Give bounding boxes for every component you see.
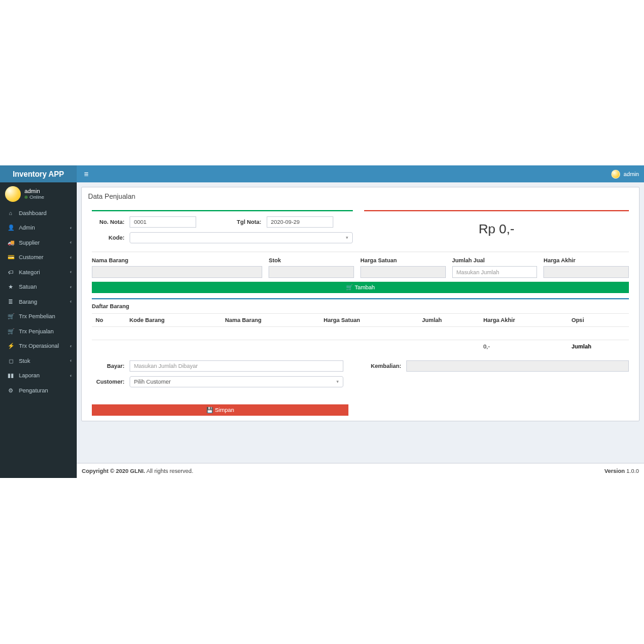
chevron-left-icon: ‹ <box>70 299 72 304</box>
nama-barang-label: Nama Barang <box>92 257 262 264</box>
chevron-left-icon: ‹ <box>70 358 72 364</box>
customer-select[interactable]: Pilih Customer ▾ <box>130 376 343 387</box>
stok-label: Stok <box>269 257 354 264</box>
table-row <box>92 327 629 340</box>
caret-down-icon: ▾ <box>335 379 340 384</box>
simpan-button[interactable]: 💾 Simpan <box>92 404 348 416</box>
user-menu[interactable]: admin <box>611 170 639 179</box>
sidebar-item-label: Admin <box>15 225 70 231</box>
sidebar-item-trx-penjualan[interactable]: 🛒Trx Penjualan <box>0 324 77 339</box>
laporan-icon: ▮▮ <box>6 372 15 379</box>
sidebar-item-laporan[interactable]: ▮▮Laporan‹ <box>0 369 77 384</box>
col-kode-barang: Kode Barang <box>126 314 221 327</box>
sidebar-item-label: Laporan <box>15 372 70 379</box>
jumlah-jual-input[interactable] <box>452 266 538 278</box>
sidebar-item-label: Supplier <box>15 240 70 246</box>
sidebar-status: Online <box>25 194 44 200</box>
total-amount-display: Rp 0,- <box>364 216 629 244</box>
stok-input <box>269 266 354 278</box>
sidebar-item-supplier[interactable]: 🚚Supplier‹ <box>0 235 77 250</box>
app-logo[interactable]: Inventory APP <box>0 165 77 182</box>
harga-satuan-input <box>360 266 446 278</box>
chevron-left-icon: ‹ <box>70 373 72 379</box>
col-jumlah: Jumlah <box>418 314 479 327</box>
avatar-icon <box>611 170 620 179</box>
chevron-left-icon: ‹ <box>70 343 72 349</box>
kategori-icon: 🏷 <box>6 269 15 275</box>
kode-select[interactable]: ▾ <box>130 232 353 243</box>
save-icon: 💾 <box>206 407 213 413</box>
no-nota-input[interactable] <box>130 216 196 228</box>
bayar-label: Bayar: <box>92 363 130 369</box>
harga-satuan-label: Harga Satuan <box>360 257 446 264</box>
kembalian-label: Kembalian: <box>362 363 406 369</box>
sidebar-item-satuan[interactable]: ★Satuan‹ <box>0 280 77 295</box>
sidebar-item-barang[interactable]: ≣Barang‹ <box>0 294 77 309</box>
trx-operasional-icon: ⚡ <box>6 343 15 349</box>
table-totals-row: 0,- Jumlah <box>92 340 629 353</box>
sidebar-item-admin[interactable]: 👤Admin‹ <box>0 221 77 236</box>
tambah-button[interactable]: 🛒 Tambah <box>92 282 629 293</box>
nama-barang-input <box>92 266 262 278</box>
tgl-nota-input[interactable] <box>267 216 333 228</box>
sidebar-item-label: Trx Pembelian <box>15 313 72 319</box>
jumlah-jual-label: Jumlah Jual <box>452 257 538 264</box>
page-title: Data Penjualan <box>82 187 639 205</box>
sidebar-item-pengaturan[interactable]: ⚙Pengaturan <box>0 383 77 398</box>
customer-icon: 💳 <box>6 254 15 260</box>
sidebar: admin Online ⌂Dashboard👤Admin‹🚚Supplier‹… <box>0 182 77 478</box>
bayar-input[interactable] <box>130 360 343 372</box>
sidebar-item-label: Dashboard <box>15 210 72 216</box>
sidebar-item-label: Satuan <box>15 284 70 290</box>
chevron-left-icon: ‹ <box>70 284 72 290</box>
total-harga-akhir: 0,- <box>479 340 567 353</box>
col-opsi: Opsi <box>568 314 629 327</box>
sidebar-item-label: Trx Penjualan <box>15 328 72 335</box>
harga-akhir-input <box>543 266 629 278</box>
sidebar-item-kategori[interactable]: 🏷Kategori‹ <box>0 265 77 280</box>
sidebar-item-trx-pembelian[interactable]: 🛒Trx Pembelian <box>0 309 77 325</box>
kode-label: Kode: <box>92 235 130 241</box>
total-label: Jumlah <box>568 340 629 353</box>
customer-label: Customer: <box>92 379 130 385</box>
sidebar-username: admin <box>25 188 44 194</box>
sidebar-item-trx-operasional[interactable]: ⚡Trx Operasional‹ <box>0 339 77 354</box>
kembalian-input <box>406 360 629 372</box>
sidebar-item-dashboard[interactable]: ⌂Dashboard <box>0 206 77 221</box>
sidebar-item-label: Stok <box>15 358 70 364</box>
sidebar-item-stok[interactable]: ◻Stok‹ <box>0 353 77 369</box>
daftar-barang-title: Daftar Barang <box>92 303 629 309</box>
harga-akhir-label: Harga Akhir <box>543 257 629 264</box>
chevron-left-icon: ‹ <box>70 269 72 275</box>
sidebar-item-customer[interactable]: 💳Customer‹ <box>0 250 77 265</box>
footer: Copyright © 2020 GLNI. All rights reserv… <box>77 463 644 478</box>
chevron-left-icon: ‹ <box>70 255 72 260</box>
barang-icon: ≣ <box>6 299 15 305</box>
sidebar-item-label: Pengaturan <box>15 387 72 394</box>
status-dot-icon <box>25 196 28 199</box>
menu-icon: ≡ <box>84 170 88 179</box>
col-no: No <box>92 314 126 327</box>
sidebar-user-panel: admin Online <box>0 182 77 206</box>
main-content: Data Penjualan No. Nota: <box>77 182 644 478</box>
col-nama-barang: Nama Barang <box>221 314 320 327</box>
sidebar-toggle-button[interactable]: ≡ <box>80 169 92 180</box>
satuan-icon: ★ <box>6 284 15 290</box>
supplier-icon: 🚚 <box>6 240 15 246</box>
trx-penjualan-icon: 🛒 <box>6 328 15 335</box>
trx-pembelian-icon: 🛒 <box>6 313 15 319</box>
avatar-icon <box>5 186 21 202</box>
dashboard-icon: ⌂ <box>6 210 15 216</box>
sidebar-item-label: Trx Operasional <box>15 343 70 349</box>
items-table: NoKode BarangNama BarangHarga SatuanJuml… <box>92 313 629 353</box>
admin-icon: 👤 <box>6 225 15 231</box>
main-header: Inventory APP ≡ admin <box>0 165 644 182</box>
stok-icon: ◻ <box>6 358 15 364</box>
tgl-nota-label: Tgl Nota: <box>229 219 267 225</box>
col-harga-akhir: Harga Akhir <box>479 314 567 327</box>
col-harga-satuan: Harga Satuan <box>319 314 418 327</box>
chevron-left-icon: ‹ <box>70 225 72 231</box>
chevron-left-icon: ‹ <box>70 240 72 245</box>
pengaturan-icon: ⚙ <box>6 387 15 394</box>
cart-icon: 🛒 <box>346 284 353 291</box>
